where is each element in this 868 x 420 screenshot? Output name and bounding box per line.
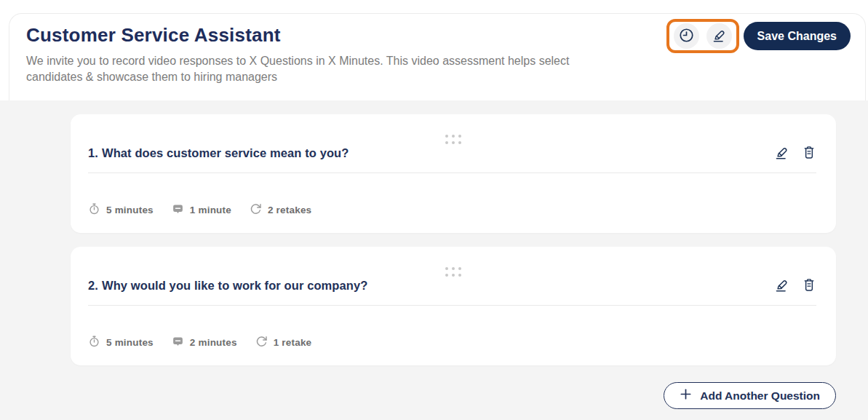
think-time: 2 minutes [172,336,237,350]
retakes-label: 1 retake [274,337,312,348]
edit-question-button[interactable] [774,277,789,293]
header-band: Customer Service Assistant We invite you… [0,0,868,100]
add-another-question-button[interactable]: Add Another Question [664,382,836,409]
history-button[interactable] [674,23,699,49]
question-meta: 5 minutes 1 minute [88,202,816,218]
edit-assessment-button[interactable] [706,23,732,49]
speech-bubble-icon [172,203,184,218]
assessment-header: Customer Service Assistant We invite you… [9,13,866,100]
drag-handle-icon[interactable] [444,266,463,278]
question-number: 2. [88,279,98,292]
question-meta: 5 minutes 2 minutes [88,335,816,350]
question-actions [774,145,816,160]
think-time: 1 minute [172,203,231,218]
trash-icon [802,151,816,162]
annotation-highlight-box [666,19,739,53]
question-title: What does customer service mean to you? [102,146,349,159]
divider [88,173,816,173]
think-time-label: 2 minutes [190,337,237,348]
answer-time-label: 5 minutes [106,337,154,348]
question-number: 1. [88,146,98,159]
delete-question-button[interactable] [802,277,816,293]
save-changes-button[interactable]: Save Changes [744,22,851,50]
add-row: Add Another Question [71,382,836,409]
divider [88,305,816,306]
edit-question-button[interactable] [774,145,789,160]
question-card: 1.What does customer service mean to you… [71,114,836,233]
page-subtitle: We invite you to record video responses … [26,53,578,84]
retakes: 2 retakes [250,202,311,218]
retake-arrow-icon [255,335,268,350]
question-row: 2.Why would you like to work for our com… [88,278,816,293]
page-title: Customer Service Assistant [26,23,578,47]
retake-arrow-icon [250,202,262,218]
question-list: 1.What does customer service mean to you… [0,100,868,420]
think-time-label: 1 minute [190,205,231,215]
drag-handle-icon[interactable] [444,133,463,146]
plus-icon [680,388,692,403]
question-card: 2.Why would you like to work for our com… [71,247,836,365]
page: Customer Service Assistant We invite you… [0,0,868,420]
stopwatch-icon [88,202,100,218]
retakes: 1 retake [255,335,312,350]
question-text: 2.Why would you like to work for our com… [88,278,367,293]
question-text: 1.What does customer service mean to you… [88,146,349,160]
question-row: 1.What does customer service mean to you… [88,146,816,160]
retakes-label: 2 retakes [268,205,311,215]
answer-time: 5 minutes [88,335,154,350]
delete-question-button[interactable] [802,145,816,160]
pencil-icon [774,284,789,295]
clock-icon [678,27,695,46]
answer-time: 5 minutes [88,202,154,218]
speech-bubble-icon [172,336,184,350]
question-title: Why would you like to work for our compa… [102,279,368,292]
header-actions: Save Changes [666,19,851,100]
stopwatch-icon [88,335,100,350]
pencil-icon [712,28,727,45]
header-text: Customer Service Assistant We invite you… [26,23,578,100]
trash-icon [802,284,816,295]
add-another-question-label: Add Another Question [700,389,820,403]
pencil-icon [774,151,789,162]
answer-time-label: 5 minutes [106,205,154,215]
question-actions [774,277,816,293]
